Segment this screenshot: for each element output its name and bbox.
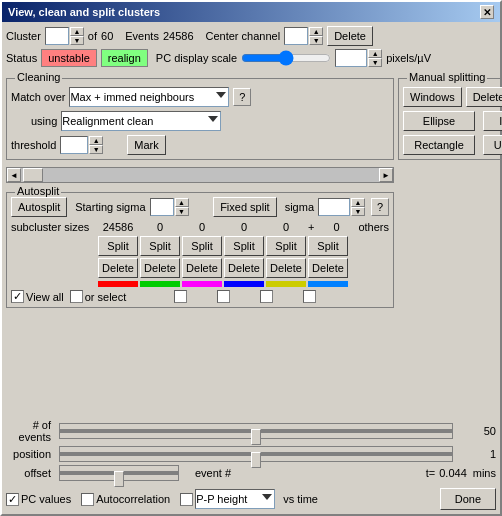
autocorrelation-label: Autocorrelation: [96, 493, 170, 505]
threshold-row: threshold 2 ▲ ▼ Mark: [11, 135, 389, 155]
pc-display-slider[interactable]: [241, 49, 331, 67]
of-label: of: [88, 30, 97, 42]
fixed-split-button[interactable]: Fixed split: [213, 197, 277, 217]
select-check-0[interactable]: [174, 290, 187, 303]
autosplit-help-btn[interactable]: ?: [371, 198, 389, 216]
status-label: Status: [6, 52, 37, 64]
autosplit-button[interactable]: Autosplit: [11, 197, 67, 217]
ellipse-button[interactable]: Ellipse: [403, 111, 475, 131]
pc-values-checkbox[interactable]: ✓: [6, 493, 19, 506]
pc-values-wrap[interactable]: ✓ PC values: [6, 493, 71, 506]
delete-button[interactable]: Delete: [327, 26, 373, 46]
cluster-value[interactable]: 7: [45, 27, 69, 45]
delete-sub-btn-2[interactable]: Delete: [182, 258, 222, 278]
split-btn-1[interactable]: Split: [140, 236, 180, 256]
starting-sigma-value[interactable]: 5: [150, 198, 174, 216]
autocorrelation-checkbox[interactable]: [81, 493, 94, 506]
sigma-up-btn[interactable]: ▲: [351, 198, 365, 207]
or-select-wrap[interactable]: or select: [70, 290, 127, 303]
scroll-left-btn[interactable]: ◄: [7, 168, 21, 182]
split-btn-5[interactable]: Split: [308, 236, 348, 256]
rectangle-row: Rectangle Unmark: [403, 135, 502, 155]
autocorrelation-wrap[interactable]: Autocorrelation: [81, 493, 170, 506]
view-all-wrap[interactable]: ✓ View all: [11, 290, 64, 303]
manual-delete-button[interactable]: Delete: [466, 87, 502, 107]
offset-slider[interactable]: [59, 465, 179, 481]
or-select-label: or select: [85, 291, 127, 303]
mark-button[interactable]: Mark: [127, 135, 165, 155]
threshold-up-btn[interactable]: ▲: [89, 136, 103, 145]
cluster-up-btn[interactable]: ▲: [70, 27, 84, 36]
unmark-button[interactable]: Unmark: [483, 135, 502, 155]
threshold-spinner[interactable]: 2 ▲ ▼: [60, 136, 103, 154]
events-value: 24586: [163, 30, 194, 42]
events-slider[interactable]: [59, 423, 453, 439]
view-select-row: ✓ View all or select: [11, 290, 389, 303]
color-bar-3: [224, 281, 264, 287]
close-button[interactable]: ✕: [480, 5, 494, 19]
t-value: 0.044: [439, 467, 467, 479]
select-check-2[interactable]: [260, 290, 273, 303]
left-panel: Cleaning Match over Max + immed neighbou…: [6, 70, 394, 414]
threshold-label: threshold: [11, 139, 56, 151]
rectangle-button[interactable]: Rectangle: [403, 135, 475, 155]
split-btn-4[interactable]: Split: [266, 236, 306, 256]
split-buttons-row: Split Split Split Split Split Split: [11, 236, 389, 256]
pc-display-up-btn[interactable]: ▲: [368, 49, 382, 58]
sigma-spinner[interactable]: 9.74 ▲ ▼: [318, 198, 365, 216]
pp-height-wrap[interactable]: P-P height: [180, 489, 275, 509]
starting-sigma-down-btn[interactable]: ▼: [175, 207, 189, 216]
pc-display-value[interactable]: 0.24: [335, 49, 367, 67]
delete-sub-btn-0[interactable]: Delete: [98, 258, 138, 278]
select-check-1[interactable]: [217, 290, 230, 303]
or-select-checkbox[interactable]: [70, 290, 83, 303]
autosplit-group: Autosplit Autosplit Starting sigma 5 ▲ ▼: [6, 192, 394, 308]
split-btn-2[interactable]: Split: [182, 236, 222, 256]
center-channel-value[interactable]: 2: [284, 27, 308, 45]
pp-height-select[interactable]: P-P height: [195, 489, 275, 509]
realign-badge[interactable]: realign: [101, 49, 148, 67]
sub-val-3: 0: [224, 221, 264, 233]
delete-sub-btn-4[interactable]: Delete: [266, 258, 306, 278]
using-label: using: [31, 115, 57, 127]
starting-sigma-up-btn[interactable]: ▲: [175, 198, 189, 207]
scroll-right-btn[interactable]: ►: [379, 168, 393, 182]
bottom-bar: ✓ PC values Autocorrelation P-P height v…: [6, 486, 496, 510]
scroll-track[interactable]: [21, 168, 379, 182]
cluster-spinner[interactable]: 7 ▲ ▼: [45, 27, 84, 45]
split-btn-3[interactable]: Split: [224, 236, 264, 256]
cluster-down-btn[interactable]: ▼: [70, 36, 84, 45]
pc-display-label: PC display scale: [156, 52, 237, 64]
pc-display-spinner[interactable]: 0.24 ▲ ▼: [335, 49, 382, 67]
delete-sub-btn-1[interactable]: Delete: [140, 258, 180, 278]
select-check-3[interactable]: [303, 290, 316, 303]
threshold-value[interactable]: 2: [60, 136, 88, 154]
delete-sub-btn-3[interactable]: Delete: [224, 258, 264, 278]
sub-val-1: 0: [140, 221, 180, 233]
sigma-value[interactable]: 9.74: [318, 198, 350, 216]
scroll-thumb[interactable]: [23, 168, 43, 182]
view-all-checkbox[interactable]: ✓: [11, 290, 24, 303]
horizontal-scrollbar[interactable]: ◄ ►: [6, 167, 394, 183]
pp-height-checkbox[interactable]: [180, 493, 193, 506]
color-bar-4: [266, 281, 306, 287]
center-channel-spinner[interactable]: 2 ▲ ▼: [284, 27, 323, 45]
threshold-down-btn[interactable]: ▼: [89, 145, 103, 154]
windows-button[interactable]: Windows: [403, 87, 462, 107]
using-select[interactable]: Realignment clean: [61, 111, 221, 131]
split-btn-0[interactable]: Split: [98, 236, 138, 256]
center-channel-up-btn[interactable]: ▲: [309, 27, 323, 36]
sigma-label: sigma: [285, 201, 314, 213]
of-value: 60: [101, 30, 113, 42]
position-slider[interactable]: [59, 446, 453, 462]
match-over-help-btn[interactable]: ?: [233, 88, 251, 106]
delete-sub-btn-5[interactable]: Delete: [308, 258, 348, 278]
center-channel-down-btn[interactable]: ▼: [309, 36, 323, 45]
pc-display-down-btn[interactable]: ▼: [368, 58, 382, 67]
match-over-select[interactable]: Max + immed neighbours: [69, 87, 229, 107]
sub-val-5: 0: [316, 221, 356, 233]
done-button[interactable]: Done: [440, 488, 496, 510]
sigma-down-btn[interactable]: ▼: [351, 207, 365, 216]
invert-button[interactable]: Invert: [483, 111, 502, 131]
starting-sigma-spinner[interactable]: 5 ▲ ▼: [150, 198, 189, 216]
